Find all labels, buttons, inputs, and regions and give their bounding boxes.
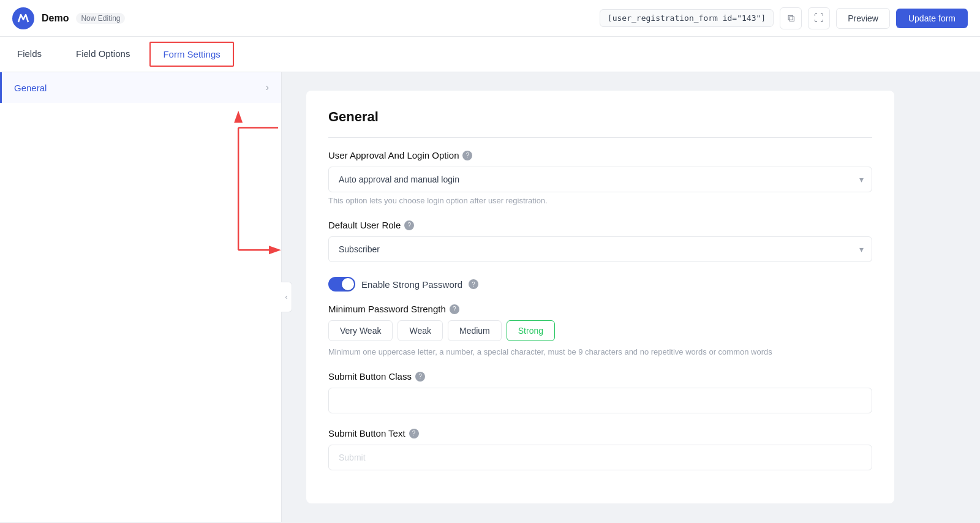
enable-strong-password-help-icon[interactable]: ? xyxy=(469,279,478,289)
enable-strong-password-label: Enable Strong Password xyxy=(361,279,462,290)
preview-button[interactable]: Preview xyxy=(836,8,890,29)
annotation-overlay xyxy=(0,72,281,522)
submit-button-text-help-icon[interactable]: ? xyxy=(409,429,419,438)
tab-fields[interactable]: Fields xyxy=(0,37,59,72)
sidebar: General › ‹ xyxy=(0,72,282,522)
user-approval-label: User Approval And Login Option ? xyxy=(328,150,872,160)
toggle-knob xyxy=(342,278,354,290)
tab-form-settings-label: Form Settings xyxy=(163,49,220,59)
editing-badge: Now Editing xyxy=(76,13,125,24)
enable-strong-password-toggle[interactable] xyxy=(328,277,355,292)
default-user-role-label: Default User Role ? xyxy=(328,220,872,230)
tab-bar: Fields Field Options Form Settings xyxy=(0,37,980,72)
user-approval-help-icon[interactable]: ? xyxy=(462,151,472,160)
tab-field-options-label: Field Options xyxy=(76,48,130,59)
user-approval-hint: This option lets you choose login option… xyxy=(328,196,872,205)
tab-field-options[interactable]: Field Options xyxy=(59,37,147,72)
user-approval-field: User Approval And Login Option ? Auto ap… xyxy=(328,150,872,205)
svg-marker-4 xyxy=(269,246,281,254)
chevron-right-icon: › xyxy=(266,82,269,93)
enable-strong-password-row: Enable Strong Password ? xyxy=(328,277,872,292)
submit-button-text-input[interactable] xyxy=(328,445,872,470)
settings-panel: General User Approval And Login Option ?… xyxy=(306,91,894,503)
default-user-role-select[interactable]: Subscriber Author Editor Administrator xyxy=(328,236,872,262)
collapse-icon: ‹ xyxy=(285,293,288,301)
svg-marker-3 xyxy=(234,111,243,123)
header-left: Demo Now Editing xyxy=(12,7,125,29)
copy-icon: ⧉ xyxy=(788,13,794,24)
user-approval-select-wrapper: Auto approval and manual login Auto appr… xyxy=(328,167,872,192)
minimum-password-strength-label: Minimum Password Strength ? xyxy=(328,304,872,314)
minimum-password-strength-field: Minimum Password Strength ? Very Weak We… xyxy=(328,304,872,356)
default-user-role-select-wrapper: Subscriber Author Editor Administrator ▾ xyxy=(328,236,872,262)
content-area: General User Approval And Login Option ?… xyxy=(282,72,980,522)
submit-button-class-label: Submit Button Class ? xyxy=(328,371,872,382)
tab-fields-label: Fields xyxy=(17,48,42,59)
logo-icon xyxy=(12,7,34,29)
tab-form-settings[interactable]: Form Settings xyxy=(149,42,233,67)
user-approval-select[interactable]: Auto approval and manual login Auto appr… xyxy=(328,167,872,192)
strength-weak-button[interactable]: Weak xyxy=(398,320,443,341)
sidebar-item-general-label: General xyxy=(14,83,47,93)
submit-button-class-help-icon[interactable]: ? xyxy=(415,372,425,382)
shortcode-display: [user_registration_form id="143"] xyxy=(600,9,774,27)
sidebar-collapse-handle[interactable]: ‹ xyxy=(281,282,292,312)
expand-icon: ⛶ xyxy=(814,13,824,24)
submit-button-class-field: Submit Button Class ? xyxy=(328,371,872,413)
strength-medium-button[interactable]: Medium xyxy=(448,320,502,341)
submit-button-text-label: Submit Button Text ? xyxy=(328,428,872,438)
copy-shortcode-button[interactable]: ⧉ xyxy=(780,7,802,29)
strength-strong-button[interactable]: Strong xyxy=(507,320,555,341)
strength-buttons-group: Very Weak Weak Medium Strong xyxy=(328,320,872,341)
submit-button-class-input[interactable] xyxy=(328,388,872,413)
update-form-button[interactable]: Update form xyxy=(896,9,968,28)
app-title: Demo xyxy=(42,13,69,24)
header-right: [user_registration_form id="143"] ⧉ ⛶ Pr… xyxy=(600,7,968,29)
strength-hint: Minimum one uppercase letter, a number, … xyxy=(328,347,872,356)
default-user-role-help-icon[interactable]: ? xyxy=(404,220,414,230)
section-title: General xyxy=(328,109,872,125)
section-divider xyxy=(328,137,872,138)
main-layout: General › ‹ General User A xyxy=(0,72,980,522)
expand-button[interactable]: ⛶ xyxy=(808,7,830,29)
strength-very-weak-button[interactable]: Very Weak xyxy=(328,320,393,341)
default-user-role-field: Default User Role ? Subscriber Author Ed… xyxy=(328,220,872,262)
submit-button-text-field: Submit Button Text ? xyxy=(328,428,872,470)
header: Demo Now Editing [user_registration_form… xyxy=(0,0,980,37)
sidebar-item-general[interactable]: General › xyxy=(0,72,281,103)
minimum-password-strength-help-icon[interactable]: ? xyxy=(450,304,459,314)
